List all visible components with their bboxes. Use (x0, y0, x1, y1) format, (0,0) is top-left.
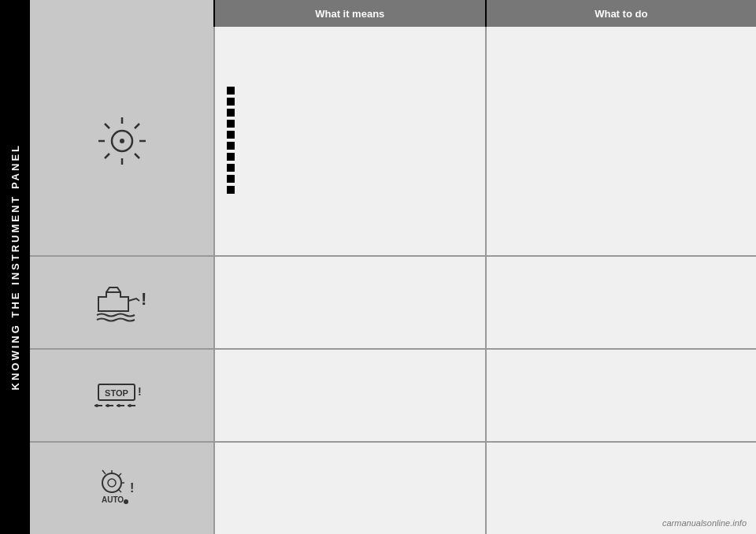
what-to-do-label: What to do (595, 8, 647, 20)
sidebar-label: KNOWING THE INSTRUMENT PANEL (0, 0, 30, 534)
content-area: ! STOP (30, 27, 756, 534)
stop-meaning (215, 350, 487, 441)
svg-text:AUTO: AUTO (102, 495, 124, 504)
row-stop: STOP ! (30, 350, 756, 443)
oil-level-icon-col: ! (30, 257, 215, 348)
header-what-it-means: What it means (215, 0, 487, 27)
row-oil-level: ! (30, 257, 756, 350)
oil-level-icon: ! (91, 281, 154, 324)
svg-point-20 (128, 404, 132, 407)
svg-point-19 (117, 404, 120, 407)
svg-point-23 (108, 479, 116, 487)
svg-point-18 (106, 404, 109, 407)
bullet-icon (227, 153, 235, 161)
bullet-item (227, 185, 473, 194)
svg-line-28 (102, 470, 106, 474)
bullet-icon (227, 109, 235, 117)
bullet-item (227, 86, 473, 95)
auto-icon: AUTO ! (92, 467, 151, 510)
sun-warning-action (487, 27, 757, 255)
bullet-icon (227, 98, 235, 106)
bullet-item (227, 174, 473, 183)
what-it-means-label: What it means (315, 8, 384, 20)
main-content: What it means What to do (30, 0, 756, 534)
svg-line-27 (118, 489, 121, 492)
bullet-icon (227, 131, 235, 139)
bullet-item (227, 130, 473, 139)
bullet-item (227, 119, 473, 128)
header-what-to-do: What to do (487, 0, 757, 27)
bullet-icon (227, 186, 235, 194)
svg-line-5 (135, 154, 139, 158)
row-sun-warning (30, 27, 756, 257)
bullet-icon (227, 142, 235, 150)
svg-line-6 (135, 124, 139, 128)
svg-line-7 (105, 154, 109, 158)
bullet-item (227, 108, 473, 117)
svg-text:!: ! (141, 289, 146, 309)
bullet-item (227, 141, 473, 150)
bullet-icon (227, 164, 235, 172)
sun-warning-icon (94, 113, 150, 169)
svg-line-25 (118, 473, 121, 477)
svg-text:!: ! (130, 481, 134, 495)
oil-level-action (487, 257, 757, 348)
svg-point-17 (95, 404, 98, 407)
svg-point-9 (120, 139, 124, 143)
stop-icon: STOP ! (91, 378, 154, 413)
svg-text:STOP: STOP (105, 388, 128, 398)
bullet-icon (227, 120, 235, 128)
bullet-item (227, 152, 473, 161)
row-auto: AUTO ! (30, 443, 756, 534)
auto-icon-col: AUTO ! (30, 443, 215, 534)
oil-level-meaning (215, 257, 487, 348)
page-container: KNOWING THE INSTRUMENT PANEL What it mea… (0, 0, 756, 534)
header-icon-col (30, 0, 215, 27)
stop-action (487, 350, 757, 441)
svg-text:!: ! (138, 385, 142, 398)
svg-line-4 (105, 124, 109, 128)
header-row: What it means What to do (30, 0, 756, 27)
bullet-icon (227, 175, 235, 183)
bullet-item (227, 97, 473, 106)
sun-warning-bullet-list (227, 86, 473, 196)
auto-meaning (215, 443, 487, 534)
sun-warning-meaning (215, 27, 487, 255)
sun-warning-icon-col (30, 27, 215, 255)
stop-icon-col: STOP ! (30, 350, 215, 441)
bullet-item (227, 163, 473, 172)
bullet-icon (227, 87, 235, 95)
watermark: carmanualsonline.info (662, 518, 747, 528)
svg-point-30 (124, 499, 128, 504)
